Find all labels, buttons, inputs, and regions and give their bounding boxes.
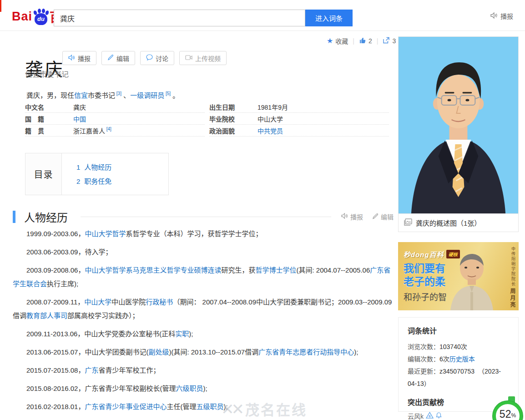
text-run: 执行主席);: [47, 280, 78, 288]
video-badge: 硬核: [446, 250, 460, 258]
enter-entry-button[interactable]: 进入词条: [305, 10, 353, 26]
contributors-title: 突出贡献榜: [408, 396, 509, 407]
header-tts-button[interactable]: 播报: [490, 11, 513, 20]
video-headline-2: 老子的柔: [404, 275, 445, 288]
text-run: 2008.07-2009.11，: [26, 298, 84, 306]
reference-sup[interactable]: [4]: [105, 127, 111, 132]
miaodong-video-card[interactable]: 秒dong百科 硬核 我们要有 老子的柔 和孙子的智 中传阳明学院院长 周月亮: [398, 242, 519, 310]
text-link[interactable]: 广东: [85, 366, 98, 374]
reference-sup[interactable]: [3]: [115, 91, 121, 96]
text-link[interactable]: 六级职员: [176, 385, 203, 392]
infobox-label: 中文名: [25, 102, 61, 111]
top-left-red-mark: [0, 0, 1, 12]
text-link[interactable]: 实职: [175, 330, 189, 338]
infobox-label: 政治面貌: [209, 126, 246, 135]
text-run: )(其间: 2013.10--2015.07借调: [169, 348, 258, 356]
speaker-name: 周月亮: [509, 288, 516, 309]
top-header: Bai du 百科 进入词条 播报: [0, 0, 525, 31]
section-accent-bar: [13, 211, 15, 223]
text-run: 龚庆: [73, 104, 86, 111]
bell-badge-icon: [436, 411, 442, 420]
section-pencil-button[interactable]: 编辑: [372, 212, 394, 221]
baidu-paw-icon: du: [33, 9, 49, 25]
infobox-value: 龚庆: [73, 102, 86, 111]
thumb-up-icon: [359, 37, 366, 45]
infobox-left: 中文名龚庆国 籍中国籍 贯浙江嘉善人 [4]: [25, 101, 205, 137]
infobox-value: 1981年9月: [257, 102, 288, 111]
pencil-icon: [107, 54, 114, 62]
section-divider-line: [81, 217, 331, 217]
infobox-value: 中山大学: [257, 114, 283, 123]
timeline-paragraph: 2003.09-2008.06，中山大学哲学系马克思主义哲学专业硕博连读研究生，…: [13, 263, 394, 291]
text-link[interactable]: 一级调研员: [130, 91, 164, 99]
toc-item-2[interactable]: 2职务任免: [76, 174, 111, 188]
text-link[interactable]: 广东省青年志愿者行动指导中心: [258, 348, 354, 356]
video-speaker-info: 中传阳明学院院长 周月亮: [509, 247, 516, 309]
share-icon: [383, 37, 390, 45]
photo-caption-bar[interactable]: 龚庆的概述图（1张）: [399, 213, 518, 232]
infobox-right: 出生日期1981年9月毕业院校中山大学政治面貌中共党员: [209, 101, 389, 137]
timeline-paragraph: 1999.09-2003.06，中山大学哲学系哲学专业（本科）学习，获哲学学士学…: [13, 227, 394, 241]
timeline-paragraph: 2003.06-2003.09，待入学；: [13, 245, 394, 259]
text-link[interactable]: 中山大学: [84, 298, 111, 306]
toc-box: 目录 1人物经历2职务任免: [25, 153, 169, 195]
section-speaker-button[interactable]: 播报: [341, 212, 363, 221]
text-run: 部属高校学习实践办）；: [67, 312, 139, 319]
text-run: );: [223, 403, 227, 410]
contributor-name[interactable]: 云风k: [408, 411, 424, 420]
text-link[interactable]: 中山大学哲学: [85, 230, 126, 238]
timeline-paragraph: 2015.08-2016.02，广东省青少年军校副校长(管理六级职员);: [13, 382, 394, 395]
share-button[interactable]: 3: [383, 37, 396, 45]
text-run: );: [189, 330, 193, 338]
timeline-paragraph: 2016.02-2018.01，广东省青少年事业促进中心主任(管理五级职员);: [13, 400, 394, 414]
section-tools: 播报编辑: [341, 212, 394, 221]
infobox-row: 中文名龚庆: [25, 101, 205, 113]
entry-camera-button[interactable]: 上传视频: [179, 51, 227, 65]
text-link[interactable]: 教育部人事司: [26, 312, 67, 319]
text-link[interactable]: 五级职员: [196, 403, 223, 410]
reference-sup[interactable]: [5]: [164, 91, 171, 96]
stat-update: 最近更新：z345070753（2023-04-13）: [408, 365, 509, 390]
text-run: 1981年9月: [257, 104, 288, 111]
toc-title: 目录: [25, 153, 62, 195]
text-link[interactable]: 中共党员: [257, 127, 283, 135]
text-run: 2015.07-2015.08，: [26, 366, 85, 374]
video-headline-3: 和孙子的智: [404, 290, 447, 303]
timeline-paragraph: 2008.07-2009.11，中山大学中山医学院行政秘书（期间： 2007.0…: [13, 295, 394, 323]
text-run: 。: [171, 91, 179, 99]
speaker-icon: [341, 213, 348, 220]
text-run: 龚庆，男，现任: [26, 91, 74, 99]
text-run: 2013.06-2015.07，中山大学团委副书记(: [26, 348, 148, 356]
toc-item-1[interactable]: 1人物经历: [76, 160, 111, 174]
text-link[interactable]: 中山大学哲学系马克思主义哲学专业硕博连读: [85, 266, 221, 274]
timeline-paragraph: 2009.11-2013.06，中山大学党委办公室秘书(正科实职);: [13, 327, 394, 341]
text-link[interactable]: 哲学博士学位: [255, 266, 296, 274]
entry-chat-button[interactable]: 讨论: [140, 51, 174, 65]
search-input[interactable]: [54, 10, 305, 26]
favorite-button[interactable]: ★ 收藏: [327, 36, 348, 46]
text-run: 中山大学: [257, 116, 283, 123]
text-link[interactable]: 广东省青少年事业促进中心: [85, 403, 167, 410]
text-link[interactable]: 行政秘书: [146, 298, 173, 306]
infobox-label: 国 籍: [25, 114, 61, 123]
history-versions-link[interactable]: 历史版本: [449, 355, 475, 363]
overview-photo-card: 龚庆的概述图（1张）: [398, 36, 519, 232]
text-link[interactable]: 信宜: [74, 91, 88, 99]
level-badge-icon: 6: [426, 411, 434, 420]
text-link[interactable]: 副处级: [148, 348, 169, 356]
portrait-photo[interactable]: [399, 37, 518, 213]
entry-speaker-button[interactable]: 播报: [62, 51, 96, 65]
text-run: 省青少年军校工作；: [98, 366, 160, 374]
text-run: 2016.02-2018.01，: [26, 403, 85, 410]
speaker-icon: [68, 55, 75, 62]
infobox-label: 毕业院校: [209, 114, 246, 123]
timeline-paragraph: 2015.07-2015.08，广东省青少年军校工作；: [13, 364, 394, 377]
infobox-value: 浙江嘉善人 [4]: [73, 126, 111, 135]
svg-text:6: 6: [429, 414, 431, 418]
text-link[interactable]: 中国: [73, 116, 86, 123]
camera-icon: [185, 55, 192, 62]
section-header: 人物经历 播报编辑: [13, 208, 394, 225]
star-icon: ★: [327, 37, 333, 45]
like-button[interactable]: 2: [359, 37, 372, 45]
entry-pencil-button[interactable]: 编辑: [101, 51, 135, 65]
